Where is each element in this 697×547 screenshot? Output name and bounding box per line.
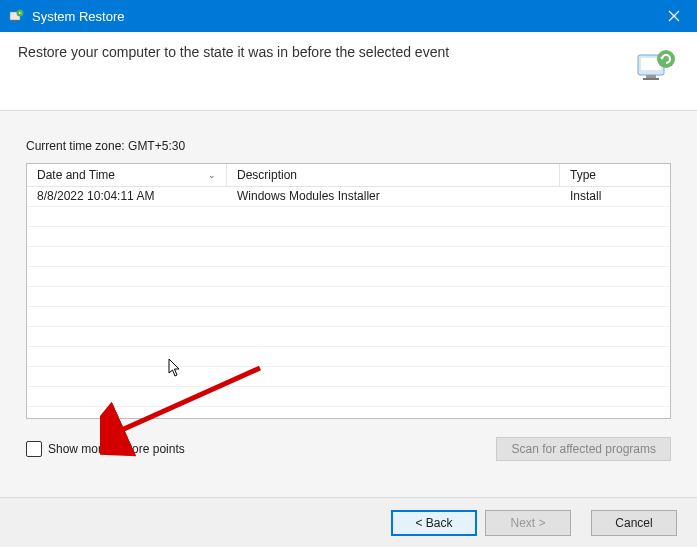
table-row (27, 207, 670, 227)
cell-date: 8/8/2022 10:04:11 AM (27, 187, 227, 206)
table-row (27, 247, 670, 267)
table-row (27, 267, 670, 287)
table-row (27, 327, 670, 347)
svg-rect-1 (12, 20, 18, 22)
svg-rect-8 (643, 78, 659, 80)
timezone-label: Current time zone: GMT+5:30 (26, 139, 671, 153)
table-row[interactable]: 8/8/2022 10:04:11 AM Windows Modules Ins… (27, 187, 670, 207)
titlebar-title: System Restore (32, 9, 651, 24)
close-icon (668, 10, 680, 22)
column-header-description[interactable]: Description (227, 164, 560, 186)
wizard-button-bar: < Back Next > Cancel (0, 497, 697, 547)
system-restore-icon (8, 8, 24, 24)
next-button[interactable]: Next > (485, 510, 571, 536)
titlebar: System Restore (0, 0, 697, 32)
close-button[interactable] (651, 0, 697, 32)
wizard-content: Current time zone: GMT+5:30 Date and Tim… (0, 111, 697, 511)
table-row (27, 287, 670, 307)
checkbox-label: Show more restore points (48, 442, 185, 456)
column-header-type[interactable]: Type (560, 164, 670, 186)
table-row (27, 347, 670, 367)
wizard-header: Restore your computer to the state it wa… (0, 32, 697, 111)
column-header-date[interactable]: Date and Time ⌄ (27, 164, 227, 186)
svg-rect-7 (646, 75, 656, 78)
wizard-header-text: Restore your computer to the state it wa… (18, 44, 619, 60)
options-row: Show more restore points Scan for affect… (26, 437, 671, 461)
sort-descending-icon: ⌄ (208, 170, 216, 180)
table-row (27, 367, 670, 387)
table-header: Date and Time ⌄ Description Type (27, 164, 670, 187)
table-body: 8/8/2022 10:04:11 AM Windows Modules Ins… (27, 187, 670, 407)
svg-point-9 (657, 50, 675, 68)
cell-description: Windows Modules Installer (227, 187, 560, 206)
table-row (27, 387, 670, 407)
restore-header-icon (631, 44, 679, 92)
scan-affected-button[interactable]: Scan for affected programs (496, 437, 671, 461)
checkbox-icon (26, 441, 42, 457)
table-row (27, 307, 670, 327)
back-button[interactable]: < Back (391, 510, 477, 536)
cancel-button[interactable]: Cancel (591, 510, 677, 536)
cell-type: Install (560, 187, 670, 206)
table-row (27, 227, 670, 247)
show-more-checkbox[interactable]: Show more restore points (26, 441, 185, 457)
restore-points-table[interactable]: Date and Time ⌄ Description Type 8/8/202… (26, 163, 671, 419)
